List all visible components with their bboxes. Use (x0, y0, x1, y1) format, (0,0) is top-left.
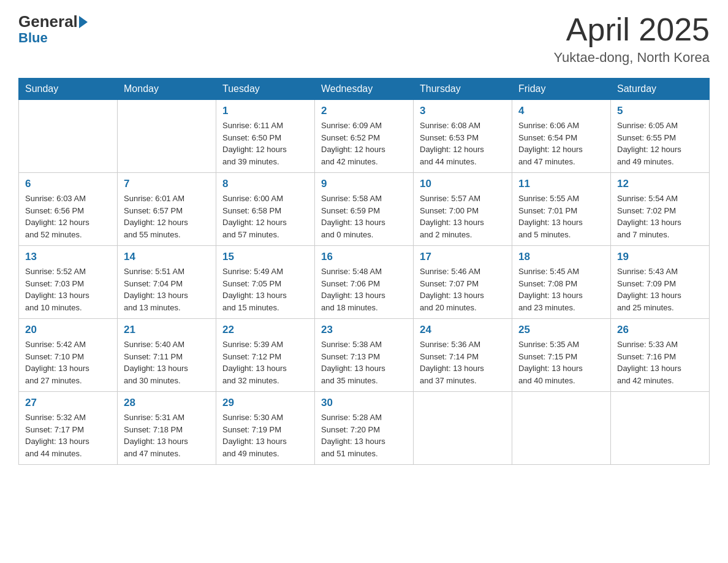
day-number: 11 (518, 178, 604, 190)
day-number: 3 (420, 105, 506, 117)
weekday-header-thursday: Thursday (414, 79, 512, 100)
day-info: Sunrise: 5:42 AMSunset: 7:10 PMDaylight:… (25, 339, 111, 386)
day-number: 20 (25, 324, 111, 336)
day-info: Sunrise: 6:09 AMSunset: 6:52 PMDaylight:… (321, 120, 407, 167)
calendar-cell: 25Sunrise: 5:35 AMSunset: 7:15 PMDayligh… (512, 319, 611, 392)
day-number: 24 (420, 324, 506, 336)
weekday-header-sunday: Sunday (19, 79, 118, 100)
day-number: 7 (124, 178, 210, 190)
logo-triangle-icon (79, 16, 88, 28)
weekday-header-saturday: Saturday (611, 79, 710, 100)
calendar-cell: 15Sunrise: 5:49 AMSunset: 7:05 PMDayligh… (216, 246, 315, 319)
page-header: General Blue April 2025 Yuktae-dong, Nor… (18, 12, 710, 66)
day-info: Sunrise: 5:28 AMSunset: 7:20 PMDaylight:… (321, 412, 407, 459)
day-number: 30 (321, 397, 407, 409)
calendar-cell: 28Sunrise: 5:31 AMSunset: 7:18 PMDayligh… (118, 392, 216, 465)
day-number: 9 (321, 178, 407, 190)
day-info: Sunrise: 5:38 AMSunset: 7:13 PMDaylight:… (321, 339, 407, 386)
calendar-cell: 9Sunrise: 5:58 AMSunset: 6:59 PMDaylight… (315, 173, 414, 246)
day-number: 22 (222, 324, 308, 336)
day-number: 12 (617, 178, 703, 190)
day-info: Sunrise: 6:00 AMSunset: 6:58 PMDaylight:… (222, 193, 308, 240)
day-info: Sunrise: 5:36 AMSunset: 7:14 PMDaylight:… (420, 339, 506, 386)
day-number: 2 (321, 105, 407, 117)
day-number: 1 (222, 105, 308, 117)
day-number: 15 (222, 251, 308, 263)
calendar-cell: 10Sunrise: 5:57 AMSunset: 7:00 PMDayligh… (414, 173, 512, 246)
week-row-3: 13Sunrise: 5:52 AMSunset: 7:03 PMDayligh… (19, 246, 710, 319)
day-info: Sunrise: 5:33 AMSunset: 7:16 PMDaylight:… (617, 339, 703, 386)
logo-general: General (18, 12, 78, 31)
calendar-cell: 2Sunrise: 6:09 AMSunset: 6:52 PMDaylight… (315, 100, 414, 173)
calendar-cell: 27Sunrise: 5:32 AMSunset: 7:17 PMDayligh… (19, 392, 118, 465)
location-title: Yuktae-dong, North Korea (554, 50, 710, 66)
calendar-cell: 13Sunrise: 5:52 AMSunset: 7:03 PMDayligh… (19, 246, 118, 319)
logo-text: General (18, 12, 88, 31)
calendar-cell (512, 392, 611, 465)
day-info: Sunrise: 5:32 AMSunset: 7:17 PMDaylight:… (25, 412, 111, 459)
day-info: Sunrise: 5:49 AMSunset: 7:05 PMDaylight:… (222, 266, 308, 313)
calendar-cell: 17Sunrise: 5:46 AMSunset: 7:07 PMDayligh… (414, 246, 512, 319)
day-number: 14 (124, 251, 210, 263)
day-info: Sunrise: 5:52 AMSunset: 7:03 PMDaylight:… (25, 266, 111, 313)
calendar-cell (19, 100, 118, 173)
day-number: 8 (222, 178, 308, 190)
day-info: Sunrise: 5:51 AMSunset: 7:04 PMDaylight:… (124, 266, 210, 313)
calendar-cell: 20Sunrise: 5:42 AMSunset: 7:10 PMDayligh… (19, 319, 118, 392)
day-number: 23 (321, 324, 407, 336)
day-number: 18 (518, 251, 604, 263)
calendar-cell: 21Sunrise: 5:40 AMSunset: 7:11 PMDayligh… (118, 319, 216, 392)
calendar-cell: 4Sunrise: 6:06 AMSunset: 6:54 PMDaylight… (512, 100, 611, 173)
header-right: April 2025 Yuktae-dong, North Korea (554, 12, 710, 66)
day-number: 19 (617, 251, 703, 263)
calendar-cell: 11Sunrise: 5:55 AMSunset: 7:01 PMDayligh… (512, 173, 611, 246)
day-info: Sunrise: 6:01 AMSunset: 6:57 PMDaylight:… (124, 193, 210, 240)
day-info: Sunrise: 5:46 AMSunset: 7:07 PMDaylight:… (420, 266, 506, 313)
calendar-cell: 5Sunrise: 6:05 AMSunset: 6:55 PMDaylight… (611, 100, 710, 173)
day-info: Sunrise: 6:05 AMSunset: 6:55 PMDaylight:… (617, 120, 703, 167)
calendar-cell: 23Sunrise: 5:38 AMSunset: 7:13 PMDayligh… (315, 319, 414, 392)
weekday-header-monday: Monday (118, 79, 216, 100)
calendar-table: SundayMondayTuesdayWednesdayThursdayFrid… (18, 78, 710, 465)
day-number: 29 (222, 397, 308, 409)
calendar-cell: 8Sunrise: 6:00 AMSunset: 6:58 PMDaylight… (216, 173, 315, 246)
calendar-cell: 24Sunrise: 5:36 AMSunset: 7:14 PMDayligh… (414, 319, 512, 392)
day-number: 16 (321, 251, 407, 263)
day-info: Sunrise: 6:03 AMSunset: 6:56 PMDaylight:… (25, 193, 111, 240)
day-info: Sunrise: 6:08 AMSunset: 6:53 PMDaylight:… (420, 120, 506, 167)
week-row-1: 1Sunrise: 6:11 AMSunset: 6:50 PMDaylight… (19, 100, 710, 173)
calendar-cell: 1Sunrise: 6:11 AMSunset: 6:50 PMDaylight… (216, 100, 315, 173)
calendar-cell: 29Sunrise: 5:30 AMSunset: 7:19 PMDayligh… (216, 392, 315, 465)
day-info: Sunrise: 5:39 AMSunset: 7:12 PMDaylight:… (222, 339, 308, 386)
day-number: 28 (124, 397, 210, 409)
day-number: 10 (420, 178, 506, 190)
calendar-cell: 6Sunrise: 6:03 AMSunset: 6:56 PMDaylight… (19, 173, 118, 246)
day-number: 4 (518, 105, 604, 117)
calendar-cell: 26Sunrise: 5:33 AMSunset: 7:16 PMDayligh… (611, 319, 710, 392)
day-number: 25 (518, 324, 604, 336)
day-number: 17 (420, 251, 506, 263)
day-info: Sunrise: 5:48 AMSunset: 7:06 PMDaylight:… (321, 266, 407, 313)
calendar-cell: 30Sunrise: 5:28 AMSunset: 7:20 PMDayligh… (315, 392, 414, 465)
day-info: Sunrise: 5:31 AMSunset: 7:18 PMDaylight:… (124, 412, 210, 459)
calendar-cell: 14Sunrise: 5:51 AMSunset: 7:04 PMDayligh… (118, 246, 216, 319)
day-number: 6 (25, 178, 111, 190)
calendar-cell: 3Sunrise: 6:08 AMSunset: 6:53 PMDaylight… (414, 100, 512, 173)
day-info: Sunrise: 5:54 AMSunset: 7:02 PMDaylight:… (617, 193, 703, 240)
calendar-cell (118, 100, 216, 173)
day-info: Sunrise: 5:35 AMSunset: 7:15 PMDaylight:… (518, 339, 604, 386)
calendar-cell (414, 392, 512, 465)
calendar-cell: 7Sunrise: 6:01 AMSunset: 6:57 PMDaylight… (118, 173, 216, 246)
calendar-cell: 16Sunrise: 5:48 AMSunset: 7:06 PMDayligh… (315, 246, 414, 319)
day-number: 27 (25, 397, 111, 409)
weekday-header-wednesday: Wednesday (315, 79, 414, 100)
day-info: Sunrise: 6:11 AMSunset: 6:50 PMDaylight:… (222, 120, 308, 167)
week-row-4: 20Sunrise: 5:42 AMSunset: 7:10 PMDayligh… (19, 319, 710, 392)
weekday-header-row: SundayMondayTuesdayWednesdayThursdayFrid… (19, 79, 710, 100)
day-number: 21 (124, 324, 210, 336)
day-info: Sunrise: 6:06 AMSunset: 6:54 PMDaylight:… (518, 120, 604, 167)
day-number: 5 (617, 105, 703, 117)
weekday-header-tuesday: Tuesday (216, 79, 315, 100)
day-info: Sunrise: 5:58 AMSunset: 6:59 PMDaylight:… (321, 193, 407, 240)
day-number: 13 (25, 251, 111, 263)
